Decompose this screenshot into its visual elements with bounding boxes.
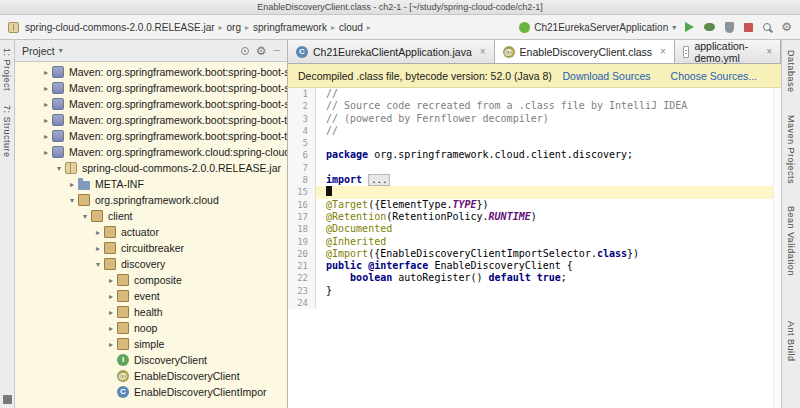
- window-title: EnableDiscoveryClient.class - ch2-1 - [~…: [0, 0, 800, 15]
- decompiler-banner: Decompiled .class file, bytecode version…: [288, 64, 781, 88]
- package-icon: [117, 338, 129, 350]
- stop-icon[interactable]: [744, 23, 753, 32]
- tree-item[interactable]: ▸noop: [15, 320, 287, 336]
- chevron-right-icon[interactable]: ▸: [41, 100, 51, 109]
- package-icon: [117, 290, 129, 302]
- toolwindow-switcher-icon[interactable]: [3, 395, 12, 404]
- editor-tab[interactable]: application-demo.yml×: [675, 40, 781, 63]
- yaml-icon: [683, 46, 690, 58]
- breadcrumb-item[interactable]: spring-cloud-commons-2.0.0.RELEASE.jar: [25, 22, 215, 33]
- tree-item[interactable]: ▾spring-cloud-commons-2.0.0.RELEASE.jar: [15, 160, 287, 176]
- editor-tab[interactable]: CCh21EurekaClientApplication.java×: [288, 40, 495, 63]
- tree-item[interactable]: ▸Maven: org.springframework.boot:spring-…: [15, 64, 287, 80]
- run-icon[interactable]: [685, 22, 694, 32]
- code-editor[interactable]: 1//2// Source code recreated from a .cla…: [288, 88, 781, 408]
- editor-scrollbar[interactable]: [773, 88, 781, 408]
- chevron-right-icon[interactable]: ▸: [41, 148, 51, 157]
- chevron-right-icon[interactable]: ▸: [106, 324, 116, 333]
- chevron-right-icon[interactable]: ▸: [93, 228, 103, 237]
- code-line: 5: [288, 137, 781, 149]
- chevron-down-icon[interactable]: ▾: [59, 46, 63, 55]
- editor-tab[interactable]: @EnableDiscoveryClient.class×: [495, 40, 675, 63]
- tree-item[interactable]: ▸Maven: org.springframework.boot:spring-…: [15, 96, 287, 112]
- text-caret: [326, 186, 332, 196]
- tool-window-button-structure[interactable]: 7: Structure: [2, 105, 12, 158]
- breadcrumb-item[interactable]: springframework: [253, 22, 327, 33]
- close-icon[interactable]: ×: [766, 46, 772, 57]
- lib-icon: [52, 130, 64, 142]
- code-line-content: @Target({ElementType.TYPE}): [316, 199, 781, 211]
- code-token: }): [627, 248, 639, 259]
- debug-icon[interactable]: [704, 23, 715, 31]
- code-line-content: [316, 186, 781, 198]
- chevron-down-icon: ▾: [672, 23, 676, 32]
- tool-window-button-database[interactable]: Database: [786, 50, 796, 93]
- tree-item-label: EnableDiscoveryClient: [134, 370, 240, 382]
- tree-item[interactable]: ▸actuator: [15, 224, 287, 240]
- code-token: @Retention: [326, 211, 386, 222]
- tree-item[interactable]: ▸Maven: org.springframework.boot:spring-…: [15, 112, 287, 128]
- chevron-down-icon[interactable]: ▾: [67, 196, 77, 205]
- chevron-right-icon[interactable]: ▸: [106, 276, 116, 285]
- line-number: 15: [288, 186, 316, 198]
- tree-item[interactable]: ▸simple: [15, 336, 287, 352]
- hide-panel-icon[interactable]: ─: [274, 46, 280, 55]
- tool-window-button-antbuild[interactable]: Ant Build: [786, 321, 796, 362]
- settings-gear-icon[interactable]: ⚙: [781, 21, 792, 33]
- chevron-right-icon[interactable]: ▸: [93, 244, 103, 253]
- code-line-content: [316, 297, 781, 309]
- tool-window-button-mavenprojects[interactable]: Maven Projects: [786, 115, 796, 184]
- code-line: 4//: [288, 125, 781, 137]
- chevron-right-icon[interactable]: ▸: [41, 68, 51, 77]
- tree-item[interactable]: ▸composite: [15, 272, 287, 288]
- project-panel-title[interactable]: Project: [22, 45, 55, 57]
- tree-item[interactable]: ▸Maven: org.springframework.cloud:spring…: [15, 144, 287, 160]
- tree-item[interactable]: ▸event: [15, 288, 287, 304]
- chevron-down-icon[interactable]: ▾: [93, 260, 103, 269]
- chevron-down-icon[interactable]: ▾: [54, 164, 64, 173]
- tree-item[interactable]: ▸health: [15, 304, 287, 320]
- tree-item[interactable]: ▾org.springframework.cloud: [15, 192, 287, 208]
- code-token: // Source code recreated from a .class f…: [326, 100, 687, 111]
- chevron-right-icon[interactable]: ▸: [106, 340, 116, 349]
- tree-item-label: actuator: [121, 226, 159, 238]
- download-sources-link[interactable]: Download Sources: [562, 70, 650, 82]
- chevron-down-icon[interactable]: ▾: [80, 212, 90, 221]
- coverage-icon[interactable]: [725, 22, 734, 33]
- tree-item[interactable]: ▾client: [15, 208, 287, 224]
- run-configuration-select[interactable]: Ch21EurekaServerApplication ▾: [519, 22, 676, 33]
- chevron-right-icon[interactable]: ▸: [41, 84, 51, 93]
- tree-item[interactable]: ▸circuitbreaker: [15, 240, 287, 256]
- chevron-right-icon[interactable]: ▸: [41, 116, 51, 125]
- breadcrumb-item[interactable]: cloud: [339, 22, 363, 33]
- tree-item[interactable]: CEnableDiscoveryClientImpor: [15, 384, 287, 400]
- locate-icon[interactable]: [241, 47, 249, 55]
- tree-item[interactable]: ▸Maven: org.springframework.boot:spring-…: [15, 80, 287, 96]
- close-icon[interactable]: ×: [660, 46, 666, 57]
- chevron-right-icon[interactable]: ▸: [41, 132, 51, 141]
- project-panel-header: Project ▾ ⚙─: [15, 40, 287, 62]
- settings-gear-icon[interactable]: ⚙: [256, 45, 267, 57]
- choose-sources-link[interactable]: Choose Sources...: [671, 70, 757, 82]
- tool-window-button-project[interactable]: 1: Project: [2, 48, 12, 91]
- line-number: 7: [288, 162, 316, 174]
- search-icon[interactable]: [763, 23, 771, 31]
- tree-item-label: META-INF: [95, 178, 144, 190]
- tool-window-button-beanvalidation[interactable]: Bean Validation: [786, 206, 796, 276]
- chevron-right-icon[interactable]: ▸: [67, 180, 77, 189]
- chevron-right-icon[interactable]: ▸: [106, 308, 116, 317]
- code-line: 22 boolean autoRegister() default true;: [288, 272, 781, 284]
- breadcrumb-item[interactable]: org: [227, 22, 241, 33]
- tree-item[interactable]: ▾discovery: [15, 256, 287, 272]
- code-token: package: [326, 149, 374, 160]
- tree-item[interactable]: ▸META-INF: [15, 176, 287, 192]
- code-line: 24: [288, 297, 781, 309]
- close-icon[interactable]: ×: [480, 46, 486, 57]
- tree-item-label: event: [134, 290, 160, 302]
- line-number: 20: [288, 248, 316, 260]
- tree-item[interactable]: ▸Maven: org.springframework.boot:spring-…: [15, 128, 287, 144]
- tree-item[interactable]: @EnableDiscoveryClient: [15, 368, 287, 384]
- tree-item[interactable]: IDiscoveryClient: [15, 352, 287, 368]
- code-token: EnableDiscoveryClient {: [434, 260, 572, 271]
- chevron-right-icon[interactable]: ▸: [106, 292, 116, 301]
